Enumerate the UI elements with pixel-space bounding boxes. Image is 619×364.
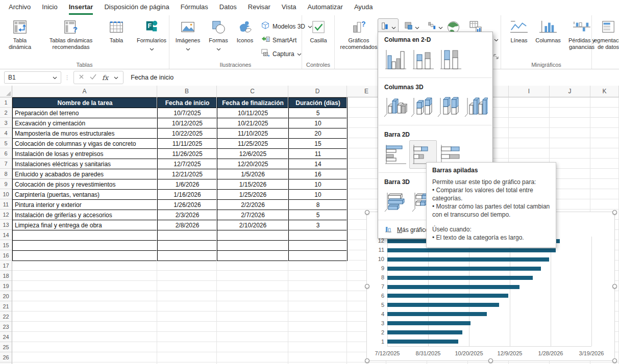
chart-bar[interactable] — [387, 303, 499, 307]
table-header-cell[interactable]: Fecha de inicio — [158, 98, 217, 108]
row-header-25[interactable]: 25 — [0, 342, 12, 352]
cell[interactable]: 10/7/2025 — [158, 108, 217, 118]
row-header-2[interactable]: 2 — [0, 108, 12, 118]
selection-handle[interactable] — [365, 358, 369, 363]
menu-tab-8[interactable]: Automatizar — [302, 0, 349, 15]
images-button[interactable]: Imágenes — [171, 17, 205, 53]
column-header-B[interactable]: B — [157, 86, 217, 97]
selection-handle[interactable] — [365, 284, 369, 289]
slicer-button[interactable]: Segmentación de datos — [593, 17, 619, 50]
cell[interactable]: Carpintería (puertas, ventanas) — [13, 190, 158, 200]
cell[interactable]: Instalación de losas y entrepisos — [13, 149, 158, 159]
cell[interactable]: 5 — [289, 210, 348, 220]
cell[interactable]: Colocación de columnas y vigas de concre… — [13, 139, 158, 149]
cell[interactable]: 10/22/2025 — [158, 128, 217, 139]
cell[interactable]: Excavación y cimentación — [13, 118, 158, 128]
select-all-corner[interactable] — [0, 86, 12, 97]
cell[interactable]: 11/11/2025 — [158, 139, 217, 149]
icons-button[interactable]: Iconos — [232, 17, 258, 44]
menu-tab-5[interactable]: Datos — [214, 0, 242, 15]
table-header-cell[interactable]: Nombre de la tarea — [13, 98, 158, 108]
selection-handle[interactable] — [488, 358, 493, 363]
row-header-6[interactable]: 6 — [0, 148, 12, 159]
chart-bar[interactable] — [387, 330, 462, 334]
cell[interactable]: 12/6/2025 — [217, 149, 289, 159]
row-header-10[interactable]: 10 — [0, 189, 12, 199]
table-header-cell[interactable]: Fecha de finalización — [217, 98, 289, 108]
row-header-22[interactable]: 22 — [0, 311, 12, 322]
column-header-J[interactable]: J — [550, 86, 590, 97]
formula-input[interactable]: Fecha de inicio — [131, 74, 174, 81]
row-header-15[interactable]: 15 — [0, 240, 12, 250]
column-header-A[interactable]: A — [12, 86, 157, 97]
cell[interactable]: 2/2/2026 — [217, 200, 289, 210]
row-header-16[interactable]: 16 — [0, 250, 12, 261]
row-header-13[interactable]: 13 — [0, 220, 12, 230]
shapes-button[interactable]: Formas — [205, 17, 232, 53]
menu-tab-9[interactable]: Ayuda — [349, 0, 379, 15]
cell[interactable] — [217, 251, 289, 261]
cell[interactable]: Pintura interior y exterior — [13, 200, 158, 210]
cell[interactable]: 2/3/2026 — [158, 210, 217, 220]
menu-tab-4[interactable]: Fórmulas — [175, 0, 214, 15]
cell[interactable]: 11/10/2025 — [217, 128, 289, 139]
cancel-icon[interactable] — [79, 74, 84, 81]
chart-bar[interactable] — [387, 248, 556, 252]
row-header-12[interactable]: 12 — [0, 210, 12, 220]
row-header-23[interactable]: 23 — [0, 322, 12, 332]
chart-bar[interactable] — [387, 294, 508, 298]
cell[interactable]: 14 — [289, 159, 348, 169]
column-header-I[interactable]: I — [509, 86, 550, 97]
row-header-8[interactable]: 8 — [0, 169, 12, 179]
cell[interactable]: 5 — [289, 108, 348, 118]
chart-type-col3d-100-icon[interactable] — [435, 93, 462, 121]
sparkline-line-button[interactable]: Líneas — [506, 17, 532, 44]
cell[interactable]: 10/21/2025 — [217, 118, 289, 128]
charts-dialog-launcher[interactable] — [493, 53, 500, 62]
selection-handle[interactable] — [612, 210, 617, 215]
chart-bar[interactable] — [387, 321, 471, 325]
cell[interactable]: 10 — [289, 179, 348, 190]
chart-bar[interactable] — [387, 257, 549, 262]
row-header-19[interactable]: 19 — [0, 281, 12, 291]
cell[interactable]: Limpieza final y entrega de obra — [13, 220, 158, 230]
column-header-C[interactable]: C — [217, 86, 288, 97]
selection-handle[interactable] — [612, 284, 617, 289]
cell[interactable]: 1/26/2026 — [158, 200, 217, 210]
row-header-26[interactable]: 26 — [0, 352, 12, 362]
cell[interactable]: 11/25/2025 — [217, 139, 289, 149]
chart-bar[interactable] — [387, 285, 519, 289]
recommended-charts-button[interactable]: ? Gráficos recomendados — [336, 17, 382, 50]
chart-type-col3d-stacked-icon[interactable] — [409, 93, 436, 121]
chart-bar[interactable] — [387, 276, 533, 280]
cell[interactable] — [289, 230, 348, 241]
menu-tab-3[interactable]: Disposición de página — [98, 0, 175, 15]
menu-tab-6[interactable]: Revisar — [242, 0, 276, 15]
cell[interactable]: 3 — [289, 220, 348, 230]
cell[interactable] — [289, 251, 348, 261]
column-header-K[interactable]: K — [590, 86, 619, 97]
chart-type-col2d-clustered-icon[interactable] — [382, 45, 409, 74]
cell[interactable] — [217, 241, 289, 251]
row-header-5[interactable]: 5 — [0, 138, 12, 148]
row-header-20[interactable]: 20 — [0, 291, 12, 301]
selection-handle[interactable] — [612, 358, 617, 363]
chart-bar[interactable] — [387, 312, 487, 316]
row-header-18[interactable]: 18 — [0, 271, 12, 281]
row-header-1[interactable]: 1 — [0, 97, 12, 108]
menu-tab-7[interactable]: Vista — [276, 0, 302, 15]
insert-function-button[interactable]: fx — [102, 74, 108, 82]
row-header-11[interactable]: 11 — [0, 199, 12, 210]
menu-tab-0[interactable]: Archivo — [3, 0, 36, 15]
cell[interactable]: 10 — [289, 118, 348, 128]
cell[interactable]: 2/7/2026 — [217, 210, 289, 220]
cell[interactable]: 12/20/2025 — [217, 159, 289, 169]
cell[interactable]: 11/26/2025 — [158, 149, 217, 159]
cell[interactable]: Colocación de pisos y revestimientos — [13, 179, 158, 190]
menu-tab-1[interactable]: Inicio — [36, 0, 63, 15]
chart-type-bar2d-clustered-icon[interactable] — [382, 140, 409, 169]
cell[interactable]: 1/5/2026 — [217, 169, 289, 179]
row-header-7[interactable]: 7 — [0, 159, 12, 169]
cell[interactable]: 12/21/2025 — [158, 169, 217, 179]
row-header-3[interactable]: 3 — [0, 118, 12, 128]
